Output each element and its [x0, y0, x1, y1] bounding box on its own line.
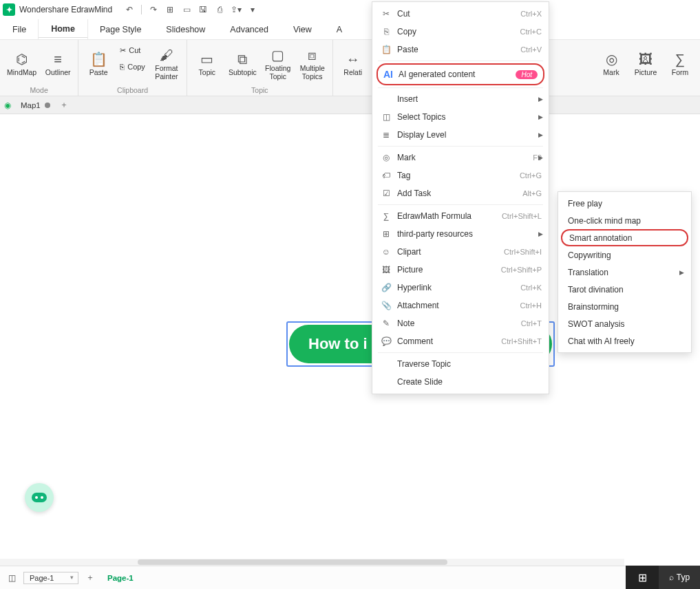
export-icon[interactable]: ⇪▾ [230, 3, 242, 16]
outline-view-icon[interactable]: ◫ [4, 570, 19, 586]
mark-button[interactable]: ◎Mark [595, 43, 627, 85]
ctx-clipart[interactable]: ☺ClipartCtrl+Shift+I [372, 243, 549, 261]
scrollbar-thumb[interactable] [138, 559, 447, 565]
ctx-formula[interactable]: ∑EdrawMath FormulaCtrl+Shift+L [372, 207, 549, 225]
undo-icon[interactable]: ↶ [123, 3, 136, 16]
ctx-traverse[interactable]: Traverse Topic [372, 355, 549, 373]
ctx-attachment[interactable]: 📎AttachmentCtrl+H [372, 297, 549, 314]
sub-one-click[interactable]: One-click mind map [558, 212, 691, 229]
title-bar: ✦ Wondershare EdrawMind ↶ ↷ ⊞ ▭ 🖫 ⎙ ⇪▾ ▾ [0, 0, 700, 19]
sub-tarot[interactable]: Tarot divination [558, 281, 691, 298]
tab-a[interactable]: A [324, 19, 354, 39]
hot-badge: Hot [516, 70, 538, 79]
ctx-third-party[interactable]: ⊞third-party resources▶ [372, 225, 549, 243]
windows-start-button[interactable]: ⊞ [626, 566, 659, 589]
ctx-add-task[interactable]: ☑Add TaskAlt+G [372, 184, 549, 202]
tab-advanced[interactable]: Advanced [218, 19, 281, 39]
outliner-button[interactable]: ≡Outliner [42, 43, 74, 85]
search-icon: ⌕ [669, 572, 674, 582]
mark-icon: ◎ [379, 153, 393, 162]
chevron-right-icon: ▶ [679, 269, 684, 276]
ctx-note[interactable]: ✎NoteCtrl+T [372, 314, 549, 332]
ctx-create-slide[interactable]: Create Slide [372, 373, 549, 391]
new-icon[interactable]: ⊞ [164, 3, 176, 16]
doc-tab-map1[interactable]: Map1 [14, 97, 57, 114]
subtopic-button[interactable]: ⧉Subtopic [226, 43, 259, 85]
ctx-comment[interactable]: 💬CommentCtrl+Shift+T [372, 332, 549, 350]
sub-translation[interactable]: Translation▶ [558, 264, 691, 281]
ctx-hyperlink[interactable]: 🔗HyperlinkCtrl+K [372, 279, 549, 297]
sub-copywriting[interactable]: Copywriting [558, 246, 691, 264]
context-menu: ✂CutCtrl+X ⎘CopyCtrl+C 📋PasteCtrl+V AI A… [372, 1, 549, 394]
link-icon: 🔗 [379, 283, 393, 292]
horizontal-scrollbar[interactable] [0, 559, 624, 566]
tab-view[interactable]: View [281, 19, 324, 39]
app-logo: ✦ [3, 3, 15, 16]
ctx-paste[interactable]: 📋PasteCtrl+V [372, 41, 549, 58]
sub-chat[interactable]: Chat with AI freely [558, 332, 691, 350]
open-icon[interactable]: ▭ [180, 3, 193, 16]
mindmap-button[interactable]: ⌬MindMap [4, 43, 39, 85]
ai-assistant-fab[interactable] [25, 483, 54, 512]
redo-icon[interactable]: ↷ [147, 3, 160, 16]
page-tab[interactable]: Page-1 [102, 574, 139, 582]
add-page-button[interactable]: ＋ [83, 570, 98, 586]
paste-icon: 📋 [379, 45, 393, 54]
tab-pagestyle[interactable]: Page Style [87, 19, 153, 39]
layers-icon: ≣ [379, 130, 393, 140]
more-icon[interactable]: ▾ [246, 3, 259, 16]
format-painter-button[interactable]: 🖌Format Painter [151, 43, 182, 85]
ai-submenu: Free play One-click mind map Smart annot… [558, 191, 692, 353]
ctx-mark[interactable]: ◎MarkF9▶ [372, 149, 549, 167]
mode-group-label: Mode [4, 85, 74, 94]
unsaved-dot-icon [45, 103, 50, 108]
tag-icon: 🏷 [379, 171, 393, 180]
ctx-select-topics[interactable]: ◫Select Topics▶ [372, 108, 549, 126]
cut-button[interactable]: ✂Cut [117, 43, 148, 58]
windows-taskbar: ⊞ ⌕Typ [626, 566, 700, 589]
save-icon[interactable]: 🖫 [197, 3, 209, 16]
multiple-topics-button[interactable]: ⧈Multiple Topics [297, 43, 328, 85]
robot-icon [32, 493, 47, 502]
ctx-copy[interactable]: ⎘CopyCtrl+C [372, 23, 549, 41]
sub-free-play[interactable]: Free play [558, 195, 691, 212]
copy-button[interactable]: ⎘Copy [117, 59, 148, 74]
tab-slideshow[interactable]: Slideshow [153, 19, 218, 39]
chevron-right-icon: ▶ [538, 231, 543, 237]
tab-home[interactable]: Home [39, 19, 87, 39]
ai-icon: AI [383, 69, 393, 80]
relationship-button[interactable]: ↔Relati [337, 43, 369, 85]
paste-button[interactable]: 📋Paste [83, 43, 114, 85]
ctx-picture[interactable]: 🖼PictureCtrl+Shift+P [372, 261, 549, 279]
topic-group-label: Topic [191, 85, 328, 94]
windows-search[interactable]: ⌕Typ [659, 566, 700, 589]
ctx-insert[interactable]: Insert▶ [372, 90, 549, 108]
topic-button[interactable]: ▭Topic [191, 43, 223, 85]
tab-file[interactable]: File [0, 19, 39, 39]
sub-smart-annotation[interactable]: Smart annotation [561, 229, 688, 246]
page-selector[interactable]: Page-1 [23, 572, 78, 584]
app-title: Wondershare EdrawMind [19, 5, 112, 14]
floating-topic-button[interactable]: ▢Floating Topic [262, 43, 294, 85]
select-icon: ◫ [379, 112, 393, 122]
add-tab-button[interactable]: ＋ [57, 98, 71, 112]
ctx-tag[interactable]: 🏷TagCtrl+G [372, 167, 549, 184]
sub-brainstorming[interactable]: Brainstorming [558, 298, 691, 315]
formula-icon: ∑ [379, 211, 393, 221]
clipboard-group-label: Clipboard [83, 85, 182, 94]
picture-icon: 🖼 [379, 265, 393, 275]
ribbon: ⌬MindMap ≡Outliner Mode 📋Paste ✂Cut ⎘Cop… [0, 40, 700, 96]
sub-swot[interactable]: SWOT analysis [558, 315, 691, 332]
print-icon[interactable]: ⎙ [213, 3, 226, 16]
chevron-right-icon: ▶ [538, 96, 543, 103]
document-tabs: ◉ Map1 ＋ [0, 96, 700, 114]
chevron-right-icon: ▶ [538, 114, 543, 120]
picture-button[interactable]: 🖼Picture [630, 43, 661, 85]
ctx-display-level[interactable]: ≣Display Level▶ [372, 126, 549, 144]
formula-button[interactable]: ∑Form [664, 43, 696, 85]
note-icon: ✎ [379, 319, 393, 328]
attachment-icon: 📎 [379, 301, 393, 310]
menu-bar: File Home Page Style Slideshow Advanced … [0, 19, 700, 40]
ctx-cut[interactable]: ✂CutCtrl+X [372, 5, 549, 23]
ctx-ai-generated[interactable]: AI AI generated content Hot [376, 63, 544, 85]
